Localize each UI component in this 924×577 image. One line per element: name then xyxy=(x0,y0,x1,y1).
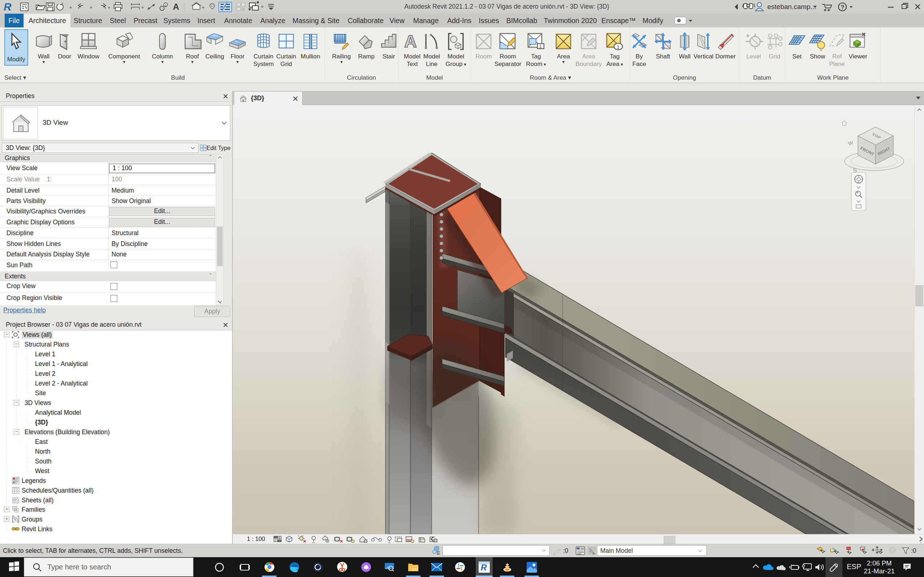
svg-text:R: R xyxy=(3,1,11,13)
svg-text:esteban.camp...: esteban.camp... xyxy=(767,3,816,10)
svg-text:1: 1 xyxy=(617,44,619,50)
svg-text:Autodesk Revit 2021.1.2 - 03 0: Autodesk Revit 2021.1.2 - 03 07 Vigas de… xyxy=(404,3,609,10)
svg-text:?: ? xyxy=(841,4,844,11)
svg-text:R: R xyxy=(481,563,487,572)
svg-text:1: 1 xyxy=(539,44,542,49)
svg-text:1: 1 xyxy=(165,3,167,7)
svg-text:A: A xyxy=(173,2,179,11)
svg-text::0: :0 xyxy=(911,547,916,554)
svg-text:A: A xyxy=(404,32,417,51)
